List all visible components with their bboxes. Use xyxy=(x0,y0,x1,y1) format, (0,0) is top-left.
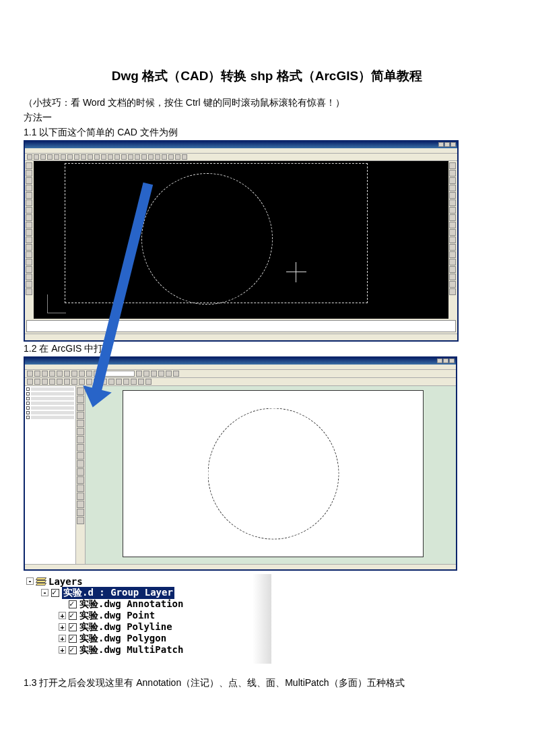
cad-canvas xyxy=(34,161,448,319)
layers-root-label: Layers xyxy=(48,576,83,587)
cad-titlebar xyxy=(25,141,457,148)
arcgis-vertical-toolbar xyxy=(76,386,86,564)
layers-panel-screenshot: - Layers - 实验.d : Group Layer 实验.dwg Ann… xyxy=(24,574,271,664)
cad-circle xyxy=(141,173,273,305)
cad-left-toolbar xyxy=(25,161,34,319)
cad-screenshot xyxy=(24,140,459,342)
step-1-3: 1.3 打开之后会发现这里有 Annotation（注记）、点、线、面、Mult… xyxy=(24,677,510,689)
panel-shadow xyxy=(253,574,271,664)
layer-row: + 实验.dwg Polygon xyxy=(59,633,269,644)
cad-crosshair-icon xyxy=(286,262,306,282)
checkbox-icon xyxy=(69,635,77,643)
cad-menubar xyxy=(25,148,457,154)
arcgis-menubar xyxy=(25,365,456,370)
arcgis-canvas xyxy=(86,386,456,564)
cad-right-toolbar xyxy=(448,161,457,319)
window-controls xyxy=(438,142,456,148)
layer-label: 实验.dwg Polygon xyxy=(79,633,166,645)
step-1-2: 1.2 在 ArcGIS 中打开 xyxy=(24,343,510,355)
step-1-1: 1.1 以下面这个简单的 CAD 文件为例 xyxy=(24,127,510,139)
group-layer-row: - 实验.d : Group Layer xyxy=(41,587,269,598)
layers-root-row: - Layers xyxy=(26,575,269,587)
cad-statusbar xyxy=(25,334,457,340)
layer-row: + 实验.dwg Point xyxy=(59,610,269,621)
expand-icon: + xyxy=(59,646,66,654)
arcgis-toolbar-1 xyxy=(25,370,456,378)
arcgis-page xyxy=(123,390,424,557)
checkbox-icon xyxy=(69,623,77,631)
page-title: Dwg 格式（CAD）转换 shp 格式（ArcGIS）简单教程 xyxy=(24,67,510,85)
layer-row: + 实验.dwg MultiPatch xyxy=(59,644,269,656)
arcgis-toc-panel xyxy=(25,386,76,564)
expand-icon: + xyxy=(59,635,66,642)
checkbox-icon xyxy=(51,589,59,597)
arcgis-titlebar xyxy=(25,358,456,365)
layer-label: 实验.dwg Point xyxy=(79,610,155,622)
checkbox-icon xyxy=(69,612,77,620)
group-layer-label: 实验.d : Group Layer xyxy=(62,587,174,599)
arcgis-body xyxy=(25,386,456,564)
tip-text: （小技巧：看 Word 文档的时候，按住 Ctrl 键的同时滚动鼠标滚轮有惊喜！… xyxy=(24,97,510,109)
collapse-icon: - xyxy=(26,577,34,585)
arcgis-toolbar-2 xyxy=(25,378,456,386)
layer-label: 实验.dwg Annotation xyxy=(79,598,183,610)
arcgis-circle xyxy=(207,408,339,540)
layer-row: 实验.dwg Annotation xyxy=(59,598,269,610)
layer-row: + 实验.dwg Polyline xyxy=(59,621,269,633)
figures-wrap: 1.2 在 ArcGIS 中打开 xyxy=(24,140,510,571)
collapse-icon: - xyxy=(41,589,48,596)
method-label: 方法一 xyxy=(24,112,510,124)
expand-icon: + xyxy=(59,623,66,631)
checkbox-icon xyxy=(69,600,77,608)
cad-toolbar xyxy=(25,154,457,161)
cad-ucs-icon xyxy=(47,293,67,313)
layer-label: 实验.dwg Polyline xyxy=(79,621,172,633)
layer-label: 实验.dwg MultiPatch xyxy=(79,644,183,656)
arcgis-statusbar xyxy=(25,564,456,569)
checkbox-icon xyxy=(69,646,77,654)
cad-command-line xyxy=(26,320,456,332)
cad-bottom-panel xyxy=(25,319,457,340)
expand-icon: + xyxy=(59,612,66,619)
layers-icon xyxy=(36,577,46,586)
